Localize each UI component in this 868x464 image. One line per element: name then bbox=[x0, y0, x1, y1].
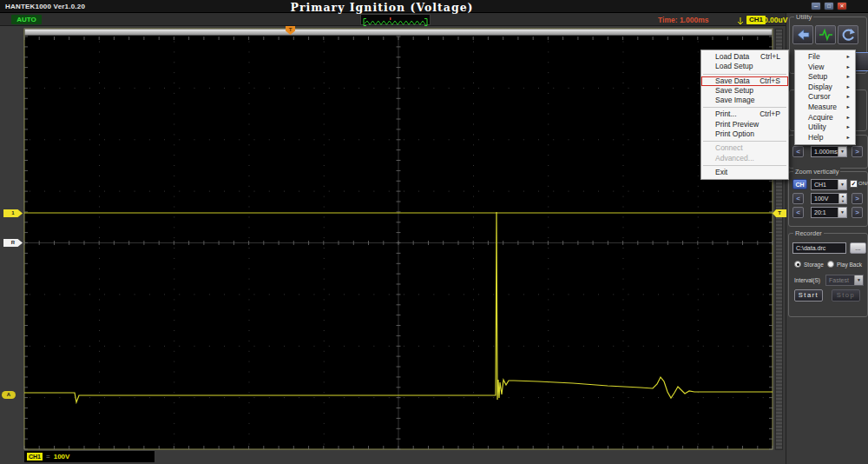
menu-item-label: Save Setup bbox=[715, 86, 753, 95]
spin-down-icon[interactable]: ▼ bbox=[841, 199, 845, 203]
menu-shortcut: Ctrl+L bbox=[760, 52, 780, 62]
title-bar: HANTEK1000 Ver1.0.20 Primary Ignition (V… bbox=[0, 0, 868, 13]
menu-item-label: Acquire bbox=[808, 113, 833, 122]
menu-separator bbox=[703, 74, 786, 75]
menu-item-acquire[interactable]: Acquire► bbox=[795, 113, 855, 123]
timebase-increase-button[interactable]: > bbox=[852, 146, 863, 157]
pulse-icon bbox=[819, 30, 832, 39]
stop-button[interactable]: Stop bbox=[832, 289, 860, 302]
volts-value: 100V bbox=[814, 196, 828, 202]
menu-separator bbox=[703, 165, 786, 166]
recorder-group: Recorder C:\data.drc ... Storage Play Ba… bbox=[788, 233, 868, 317]
menu-item-label: View bbox=[808, 63, 824, 71]
timebase-select[interactable]: 1.000ms ▼ bbox=[811, 146, 847, 157]
probe-value: 20:1 bbox=[814, 209, 826, 215]
trigger-slope-icon bbox=[737, 15, 744, 30]
onoff-label: ON/OFF bbox=[858, 181, 868, 186]
menu-separator bbox=[703, 107, 786, 108]
probe-increase-button[interactable]: > bbox=[852, 207, 863, 218]
spin-up-icon[interactable]: ▲ bbox=[841, 194, 845, 198]
menubar-menu: File► View► Setup► Display► Cursor► Meas… bbox=[794, 50, 856, 145]
menu-item-view[interactable]: View► bbox=[795, 63, 855, 73]
volts-per-div-value: 100V bbox=[54, 453, 70, 461]
menu-item-exit[interactable]: Exit bbox=[701, 168, 788, 177]
menu-item-label: Exit bbox=[715, 168, 727, 176]
minimize-button[interactable]: ─ bbox=[811, 2, 821, 10]
ground-level-marker[interactable]: A bbox=[2, 391, 16, 399]
autoset-button[interactable] bbox=[815, 25, 836, 44]
start-button[interactable]: Start bbox=[794, 289, 823, 302]
volts-spinner[interactable]: 100V ▲▼ bbox=[811, 193, 847, 204]
channel-button[interactable]: CH bbox=[792, 179, 807, 189]
menu-item-file[interactable]: File► bbox=[795, 52, 855, 63]
menu-item-print-option[interactable]: Print Option bbox=[701, 129, 788, 139]
scope-display: 1 R A T T CH1 = 100V bbox=[0, 26, 786, 464]
menu-item-label: Cursor bbox=[808, 92, 831, 101]
preview-trigger-marker bbox=[390, 17, 391, 20]
waveform-preview-canvas bbox=[361, 17, 430, 27]
undo-button[interactable] bbox=[838, 25, 858, 44]
menu-item-utility[interactable]: Utility► bbox=[795, 123, 855, 133]
maximize-button[interactable]: □ bbox=[824, 2, 834, 10]
menu-item-connect[interactable]: Connect bbox=[701, 143, 788, 153]
arrow-left-icon bbox=[798, 30, 809, 40]
menu-item-label: File bbox=[808, 52, 820, 61]
menu-item-help[interactable]: Help► bbox=[795, 133, 855, 143]
back-button[interactable] bbox=[792, 25, 813, 44]
menu-item-print-preview[interactable]: Print Preview bbox=[701, 120, 788, 129]
playback-label: Play Back bbox=[837, 262, 862, 268]
menu-item-label: Advanced... bbox=[715, 154, 754, 162]
menu-separator bbox=[703, 141, 786, 142]
close-button[interactable]: ✕ bbox=[837, 2, 847, 10]
menu-shortcut: Ctrl+S bbox=[760, 76, 780, 86]
menu-item-label: Measure bbox=[808, 103, 837, 111]
chevron-down-icon[interactable]: ▼ bbox=[838, 147, 846, 156]
menu-item-print[interactable]: Print...Ctrl+P bbox=[701, 109, 788, 119]
submenu-arrow-icon: ► bbox=[846, 72, 851, 83]
menu-item-advanced[interactable]: Advanced... bbox=[701, 154, 788, 163]
recorder-group-title: Recorder bbox=[793, 229, 824, 237]
menu-item-label: Utility bbox=[808, 123, 826, 131]
menu-item-label: Save Data bbox=[715, 76, 750, 85]
vertical-zoom-group: Zoom vertically CH CH1 ▼ ✓ ON/OFF < 100V… bbox=[788, 171, 868, 227]
submenu-arrow-icon: ► bbox=[846, 103, 851, 113]
browse-button[interactable]: ... bbox=[850, 242, 866, 254]
chevron-down-icon[interactable]: ▼ bbox=[838, 180, 846, 189]
menu-item-save-image[interactable]: Save Image bbox=[701, 96, 788, 105]
record-path-field[interactable]: C:\data.drc bbox=[792, 242, 846, 254]
menu-item-cursor[interactable]: Cursor► bbox=[795, 92, 855, 103]
timebase-decrease-button[interactable]: < bbox=[792, 146, 804, 157]
chevron-down-icon[interactable]: ▼ bbox=[854, 275, 863, 285]
menu-item-save-setup[interactable]: Save Setup bbox=[701, 86, 788, 96]
submenu-arrow-icon: ► bbox=[846, 52, 851, 63]
menu-item-load-setup[interactable]: Load Setup bbox=[701, 62, 788, 71]
channel-select[interactable]: CH1 ▼ bbox=[811, 179, 847, 190]
timebase-readout: Time: 1.000ms bbox=[658, 16, 708, 24]
menu-item-label: Print Preview bbox=[715, 120, 759, 129]
volts-increase-button[interactable]: > bbox=[852, 193, 863, 204]
menu-item-label: Save Image bbox=[715, 96, 754, 104]
chevron-down-icon[interactable]: ▼ bbox=[838, 208, 846, 217]
probe-select[interactable]: 20:1 ▼ bbox=[811, 207, 847, 218]
interval-select[interactable]: Fastest ▼ bbox=[825, 275, 864, 286]
menu-item-save-data[interactable]: Save DataCtrl+S bbox=[701, 76, 788, 86]
playback-radio[interactable] bbox=[827, 261, 834, 268]
menu-shortcut: Ctrl+P bbox=[760, 109, 780, 119]
channel-scale-readout: CH1 = 100V bbox=[24, 451, 155, 462]
spinner-arrows[interactable]: ▲▼ bbox=[838, 194, 846, 203]
interval-value: Fastest bbox=[829, 277, 849, 283]
probe-decrease-button[interactable]: < bbox=[792, 207, 804, 218]
menu-item-label: Setup bbox=[808, 72, 827, 81]
trigger-mode-badge: AUTO bbox=[11, 15, 42, 24]
status-toolbar: AUTO Time: 1.000ms CH1 0.00uV bbox=[0, 13, 786, 26]
menu-item-measure[interactable]: Measure► bbox=[795, 103, 855, 113]
menu-item-load-data[interactable]: Load DataCtrl+L bbox=[701, 52, 788, 62]
menu-item-label: Print... bbox=[715, 109, 737, 118]
storage-radio[interactable] bbox=[794, 261, 801, 268]
channel-onoff-checkbox[interactable]: ✓ bbox=[850, 180, 858, 188]
volts-decrease-button[interactable]: < bbox=[792, 193, 804, 204]
utility-group-title: Utility bbox=[794, 13, 813, 21]
menu-item-setup[interactable]: Setup► bbox=[795, 72, 855, 83]
menu-item-display[interactable]: Display► bbox=[795, 83, 855, 93]
page-title: Primary Ignition (Voltage) bbox=[0, 1, 764, 14]
